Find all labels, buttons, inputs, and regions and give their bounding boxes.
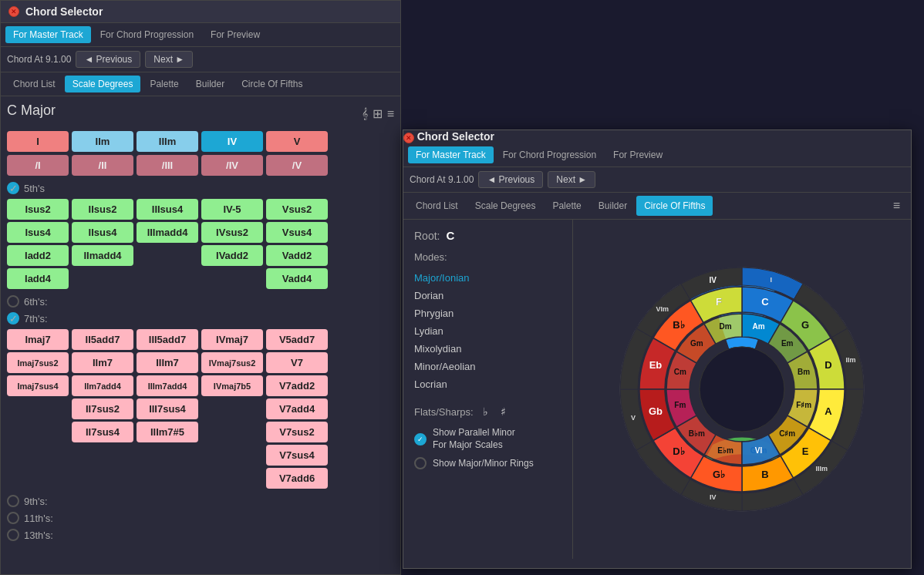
chord-III7sus4[interactable]: III7sus4 [137, 398, 198, 419]
fifths-checkbox[interactable]: ✓ [7, 182, 19, 194]
fg-tabs-row: For Master Track For Chord Progression F… [403, 143, 911, 167]
fg-view-tab-chord-list[interactable]: Chord List [408, 196, 466, 216]
chord-IIIm[interactable]: IIIm [137, 131, 198, 152]
chord-II7sus2[interactable]: II7sus2 [72, 398, 133, 419]
bg-tab-master-track[interactable]: For Master Track [5, 26, 91, 43]
chord-V7sus2[interactable]: V7sus2 [266, 422, 328, 442]
chord-V7add6[interactable]: V7add6 [266, 468, 328, 489]
chord-IVadd2[interactable]: IVadd2 [201, 245, 263, 266]
sharp-button[interactable]: ♯ [497, 404, 509, 419]
fg-menu-icon[interactable]: ≡ [887, 196, 906, 216]
chord-Isus2[interactable]: Isus2 [7, 199, 69, 220]
fg-view-tab-builder[interactable]: Builder [591, 196, 635, 216]
chord-Iadd4[interactable]: Iadd4 [7, 268, 69, 289]
mode-major-ionian[interactable]: Major/Ionian [414, 269, 561, 287]
mode-dorian[interactable]: Dorian [414, 287, 561, 304]
fg-content: Root: C Modes: Major/Ionian Dorian Phryg… [403, 220, 911, 559]
chord-IVsus2[interactable]: IVsus2 [201, 222, 263, 243]
chord-IIm7[interactable]: IIm7 [72, 352, 133, 373]
flat-button[interactable]: ♭ [480, 404, 491, 419]
mode-mixolydian[interactable]: Mixolydian [414, 340, 561, 358]
chord-Vsus2[interactable]: Vsus2 [266, 199, 328, 220]
svg-text:Em: Em [781, 339, 794, 348]
chord-IV-5[interactable]: IV-5 [201, 199, 263, 220]
major-minor-rings-checkbox[interactable] [414, 457, 427, 469]
chord-V7add2[interactable]: V7add2 [266, 375, 328, 396]
chord-IIIm7s5[interactable]: IIIm7#5 [137, 422, 198, 442]
chord-I[interactable]: I [7, 131, 69, 152]
bg-view-tab-scale-degrees[interactable]: Scale Degrees [65, 76, 141, 92]
chord-IImadd4[interactable]: IImadd4 [72, 245, 133, 266]
chord-Isus4[interactable]: Isus4 [7, 222, 69, 243]
sixths-checkbox[interactable] [7, 295, 19, 308]
chord-Vadd4[interactable]: Vadd4 [266, 268, 328, 289]
chord-IIImadd4[interactable]: IIImadd4 [137, 222, 198, 243]
fg-tab-master-track[interactable]: For Master Track [408, 146, 494, 163]
bg-view-tab-palette[interactable]: Palette [142, 76, 186, 92]
mode-lydian[interactable]: Lydian [414, 322, 561, 340]
chord-IIIsus4[interactable]: IIIsus4 [137, 199, 198, 220]
fg-view-tab-circle-of-fifths[interactable]: Circle Of Fifths [636, 196, 713, 216]
fg-next-button[interactable]: Next ► [548, 171, 595, 188]
bg-view-tab-circle-of-fifths[interactable]: Circle Of Fifths [234, 76, 310, 92]
chord-V7add4[interactable]: V7add4 [266, 398, 328, 419]
sevenths-checkbox[interactable]: ✓ [7, 312, 19, 324]
chord-IVmaj7sus2[interactable]: IVmaj7sus2 [201, 352, 263, 373]
chord-II7sus4[interactable]: II7sus4 [72, 422, 133, 442]
svg-text:A: A [825, 405, 832, 417]
chord-slash-III[interactable]: /III [137, 155, 198, 176]
chord-Iadd2[interactable]: Iadd2 [7, 245, 69, 266]
parallel-minor-checkbox[interactable] [414, 433, 427, 446]
chord-Vsus4[interactable]: Vsus4 [266, 222, 328, 243]
chord-III5add7[interactable]: III5add7 [137, 329, 198, 350]
chord-V[interactable]: V [266, 131, 328, 152]
circle-of-fifths-svg[interactable]: ICAmGEmIImDBmAF♯mIIImEC♯mBG♯mIVG♭E♭mD♭B♭… [611, 258, 873, 520]
mode-minor-aeolian[interactable]: Minor/Aeolian [414, 358, 561, 375]
chord-IIsus4[interactable]: IIsus4 [72, 222, 133, 243]
mode-locrian[interactable]: Locrian [414, 375, 561, 393]
chord-Imaj7sus2[interactable]: Imaj7sus2 [7, 352, 69, 373]
chord-II5add7[interactable]: II5add7 [72, 329, 133, 350]
chord-Vadd2[interactable]: Vadd2 [266, 245, 328, 266]
thirteenths-checkbox[interactable] [7, 529, 19, 541]
chord-IIIm7[interactable]: IIIm7 [137, 352, 198, 373]
bg-close-button[interactable]: ✕ [8, 6, 19, 17]
bg-tab-preview[interactable]: For Preview [203, 26, 268, 43]
fg-view-tab-palette[interactable]: Palette [545, 196, 588, 216]
grid-icon[interactable]: ⊞ [373, 106, 383, 121]
fg-tab-chord-progression[interactable]: For Chord Progression [495, 146, 604, 163]
bg-prev-button[interactable]: ◄ Previous [76, 51, 140, 68]
chord-IIIm7add4[interactable]: IIIm7add4 [137, 375, 198, 396]
mode-phrygian[interactable]: Phrygian [414, 304, 561, 322]
chord-V5add7[interactable]: V5add7 [266, 329, 328, 350]
chord-IV[interactable]: IV [201, 131, 263, 152]
chord-IVmaj7[interactable]: IVmaj7 [201, 329, 263, 350]
seventh-row-5: II7sus4 IIIm7#5 V7sus2 [7, 422, 394, 442]
chord-slash-IV[interactable]: /IV [201, 155, 263, 176]
chord-slash-II[interactable]: /II [72, 155, 133, 176]
chord-slash-V[interactable]: /V [266, 155, 328, 176]
chord-Imaj7sus4[interactable]: Imaj7sus4 [7, 375, 69, 396]
bg-view-tab-builder[interactable]: Builder [188, 76, 232, 92]
chord-slash-I[interactable]: /I [7, 155, 69, 176]
fg-view-tab-scale-degrees[interactable]: Scale Degrees [467, 196, 544, 216]
chord-IIm[interactable]: IIm [72, 131, 133, 152]
svg-text:Gb: Gb [649, 405, 663, 417]
bg-next-button[interactable]: Next ► [145, 51, 193, 68]
bg-tab-chord-progression[interactable]: For Chord Progression [93, 26, 201, 43]
bg-view-tab-chord-list[interactable]: Chord List [5, 76, 63, 92]
svg-text:D: D [825, 359, 831, 371]
chord-V7sus4[interactable]: V7sus4 [266, 445, 328, 466]
chord-V7[interactable]: V7 [266, 352, 328, 373]
fg-tab-preview[interactable]: For Preview [605, 146, 670, 163]
fg-close-button[interactable]: ✕ [403, 133, 414, 143]
chord-Imaj7[interactable]: Imaj7 [7, 329, 69, 350]
list-icon[interactable]: ≡ [387, 107, 394, 121]
seventh-row-3: Imaj7sus4 IIm7add4 IIIm7add4 IVmaj7b5 V7… [7, 375, 394, 396]
chord-IIsus2[interactable]: IIsus2 [72, 199, 133, 220]
fg-prev-button[interactable]: ◄ Previous [478, 171, 543, 188]
chord-IVmaj7b5[interactable]: IVmaj7b5 [201, 375, 263, 396]
ninths-checkbox[interactable] [7, 495, 19, 507]
elevenths-checkbox[interactable] [7, 512, 19, 524]
chord-IIm7add4[interactable]: IIm7add4 [72, 375, 133, 396]
